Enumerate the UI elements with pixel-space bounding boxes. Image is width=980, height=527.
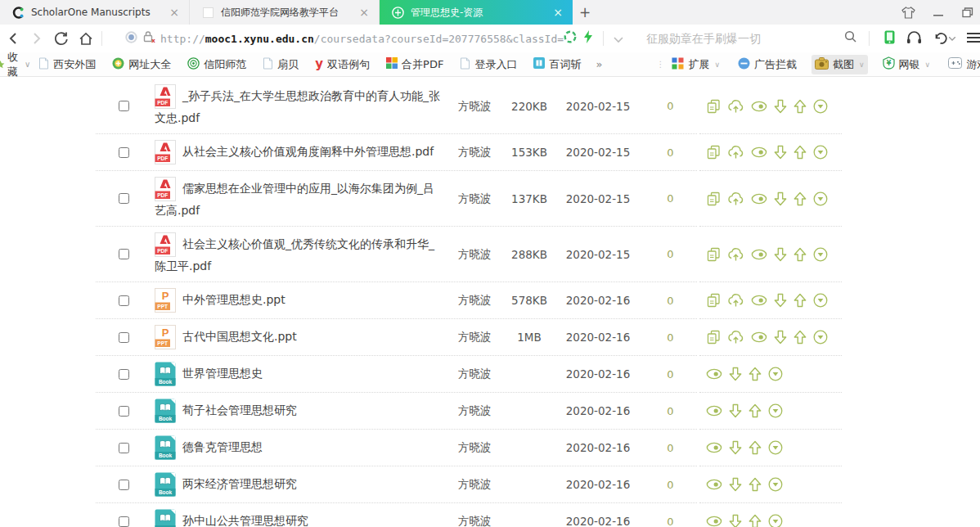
bookmark-item[interactable]: 合并PDF bbox=[386, 57, 443, 72]
skin-theme-icon[interactable] bbox=[901, 7, 915, 19]
row-checkbox[interactable] bbox=[119, 406, 129, 417]
move-up-icon[interactable] bbox=[793, 247, 807, 262]
tab-xynu-platform[interactable]: 信阳师范学院网络教学平台 × bbox=[190, 0, 380, 25]
move-down-icon[interactable] bbox=[768, 440, 783, 455]
move-up-icon[interactable] bbox=[748, 440, 762, 455]
download-icon[interactable] bbox=[774, 247, 787, 262]
site-info-icon[interactable] bbox=[125, 31, 137, 47]
file-name-cell[interactable]: PDF社会主义核心价值观_优秀传统文化的传承和升华_陈卫平.pdf bbox=[155, 227, 443, 282]
cloud-upload-icon[interactable] bbox=[727, 99, 744, 114]
file-name[interactable]: 古代中国思想文化.ppt bbox=[182, 330, 297, 343]
view-icon[interactable] bbox=[706, 442, 722, 453]
flash-boost-icon[interactable] bbox=[583, 30, 593, 47]
row-checkbox[interactable] bbox=[119, 193, 129, 204]
copy-icon[interactable] bbox=[706, 99, 721, 114]
tab-close-icon[interactable]: × bbox=[166, 6, 182, 19]
file-name[interactable]: 中外管理思想史.ppt bbox=[182, 293, 285, 306]
home-icon[interactable] bbox=[74, 27, 98, 50]
bookmark-item[interactable]: 扇贝 bbox=[263, 57, 299, 72]
copy-icon[interactable] bbox=[706, 293, 721, 308]
move-down-icon[interactable] bbox=[768, 403, 783, 418]
move-down-icon[interactable] bbox=[768, 477, 783, 492]
move-up-icon[interactable] bbox=[793, 99, 807, 114]
file-name-cell[interactable]: Book德鲁克管理思想 bbox=[155, 430, 443, 466]
minimize-icon[interactable] bbox=[933, 7, 944, 18]
file-name[interactable]: 儒家思想在企业管理中的应用_以海尔集团为例_吕艺高.pdf bbox=[155, 182, 434, 217]
maximize-restore-icon[interactable] bbox=[962, 7, 973, 18]
download-icon[interactable] bbox=[774, 145, 787, 160]
download-icon[interactable] bbox=[729, 477, 742, 492]
file-name-cell[interactable]: PDF儒家思想在企业管理中的应用_以海尔集团为例_吕艺高.pdf bbox=[155, 171, 443, 226]
download-icon[interactable] bbox=[729, 440, 742, 455]
move-down-icon[interactable] bbox=[813, 330, 828, 345]
bookmark-item[interactable]: 百词斩 bbox=[533, 57, 581, 72]
menu-icon[interactable] bbox=[967, 31, 980, 47]
file-name[interactable]: 两宋经济管理思想研究 bbox=[182, 477, 297, 490]
bookmark-item[interactable]: 西安外国 bbox=[38, 57, 96, 72]
new-tab-button[interactable]: + bbox=[573, 0, 597, 25]
row-checkbox[interactable] bbox=[119, 147, 129, 158]
back-icon[interactable] bbox=[0, 27, 25, 50]
row-checkbox[interactable] bbox=[119, 101, 129, 111]
view-icon[interactable] bbox=[706, 405, 722, 417]
translate-refresh-icon[interactable] bbox=[564, 30, 577, 47]
row-checkbox[interactable] bbox=[119, 295, 129, 306]
move-up-icon[interactable] bbox=[748, 403, 762, 418]
search-icon[interactable] bbox=[844, 30, 857, 47]
bookmark-item[interactable]: 登录入口 bbox=[460, 57, 517, 72]
cloud-upload-icon[interactable] bbox=[727, 191, 744, 206]
view-icon[interactable] bbox=[751, 295, 767, 306]
copy-icon[interactable] bbox=[706, 191, 721, 206]
undo-recent-icon[interactable] bbox=[933, 32, 955, 45]
move-up-icon[interactable] bbox=[793, 293, 807, 308]
view-icon[interactable] bbox=[706, 368, 722, 380]
view-icon[interactable] bbox=[706, 479, 722, 490]
move-down-icon[interactable] bbox=[768, 514, 783, 527]
move-up-icon[interactable] bbox=[748, 514, 762, 527]
move-down-icon[interactable] bbox=[768, 367, 783, 381]
cloud-upload-icon[interactable] bbox=[727, 247, 744, 262]
file-name[interactable]: 孙中山公共管理思想研究 bbox=[182, 514, 308, 527]
row-checkbox[interactable] bbox=[119, 369, 129, 380]
row-checkbox[interactable] bbox=[119, 516, 129, 527]
url-text[interactable]: http://mooc1.xynu.edu.cn/coursedata?cour… bbox=[160, 33, 564, 45]
move-up-icon[interactable] bbox=[748, 477, 762, 492]
move-down-icon[interactable] bbox=[813, 145, 828, 160]
move-up-icon[interactable] bbox=[793, 330, 807, 345]
move-down-icon[interactable] bbox=[813, 99, 828, 114]
file-name-cell[interactable]: PPPT古代中国思想文化.ppt bbox=[155, 319, 443, 355]
tab-close-icon[interactable]: × bbox=[356, 6, 372, 19]
copy-icon[interactable] bbox=[706, 247, 721, 262]
move-down-icon[interactable] bbox=[813, 191, 828, 206]
row-checkbox[interactable] bbox=[119, 443, 129, 453]
row-checkbox[interactable] bbox=[119, 332, 129, 343]
search-input[interactable] bbox=[646, 32, 844, 45]
toolbar-item-netbank[interactable]: ¥ 网银 ∨ bbox=[879, 54, 934, 74]
tab-close-icon[interactable]: × bbox=[550, 6, 566, 19]
view-icon[interactable] bbox=[751, 249, 767, 260]
move-down-icon[interactable] bbox=[813, 247, 828, 262]
row-checkbox[interactable] bbox=[119, 249, 129, 259]
file-name[interactable]: 荀子社会管理思想研究 bbox=[182, 403, 297, 417]
move-up-icon[interactable] bbox=[748, 367, 762, 381]
copy-icon[interactable] bbox=[706, 330, 721, 345]
bookmark-item[interactable]: 信阳师范 bbox=[187, 57, 246, 72]
bookmark-item[interactable]: y 双语例句 bbox=[315, 57, 370, 72]
file-name-cell[interactable]: Book孙中山公共管理思想研究 bbox=[155, 503, 443, 527]
tab-scholarone[interactable]: ScholarOne Manuscripts × bbox=[0, 0, 190, 25]
view-icon[interactable] bbox=[751, 331, 767, 343]
cloud-upload-icon[interactable] bbox=[727, 145, 744, 160]
favorites-menu[interactable]: 收藏 ∨ bbox=[0, 50, 38, 79]
download-icon[interactable] bbox=[729, 367, 742, 381]
file-name[interactable]: 社会主义核心价值观_优秀传统文化的传承和升华_陈卫平.pdf bbox=[155, 237, 434, 273]
search-box[interactable] bbox=[623, 30, 857, 47]
download-icon[interactable] bbox=[774, 99, 787, 114]
insecure-lock-icon[interactable]: x bbox=[142, 30, 155, 47]
toolbar-item-extensions[interactable]: 扩展 ∨ bbox=[668, 55, 723, 74]
toolbar-item-games[interactable]: 游戏 ∨ bbox=[945, 55, 980, 74]
phone-assistant-icon[interactable] bbox=[884, 30, 895, 47]
view-icon[interactable] bbox=[751, 146, 767, 158]
file-name-cell[interactable]: PDF_孙子兵法_在大学生思想政治教育中的育人功能_张文忠.pdf bbox=[155, 79, 443, 133]
move-up-icon[interactable] bbox=[793, 145, 807, 160]
row-checkbox[interactable] bbox=[119, 480, 129, 490]
